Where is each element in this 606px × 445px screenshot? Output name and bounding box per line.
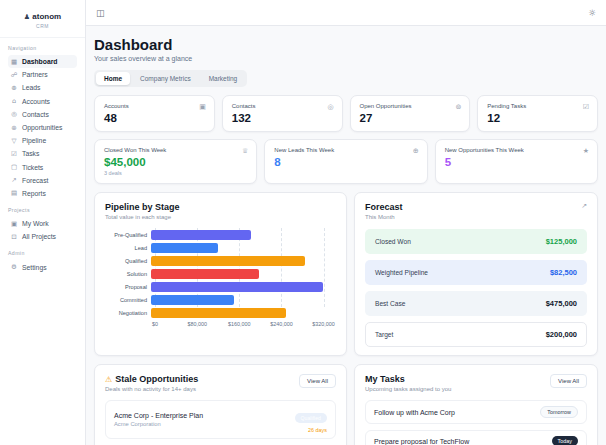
sidebar-item-forecast[interactable]: ↗Forecast — [8, 174, 77, 187]
sidebar-item-pipeline[interactable]: ▽Pipeline — [8, 134, 77, 147]
sidebar-item-tickets[interactable]: ▢Tickets — [8, 161, 77, 174]
contacts-icon: ◎ — [10, 110, 18, 118]
chart-bar[interactable] — [151, 243, 218, 253]
stat-label: Contacts — [232, 103, 333, 109]
chart-bar-track — [151, 295, 332, 305]
sidebar-item-label: All Projects — [22, 233, 56, 240]
forecast-row-value: $475,000 — [546, 299, 577, 308]
chart-body: Pre-QualifiedLeadQualifiedSolutionPropos… — [105, 228, 336, 319]
forecast-row-value: $82,500 — [550, 268, 577, 277]
tabbar: HomeCompany MetricsMarketing — [94, 70, 247, 87]
warning-icon: ⚠ — [105, 375, 112, 384]
week-card-closed-won-this-week: Closed Won This Week$45,0003 deals♕ — [94, 139, 257, 184]
stale-item-meta: Qualified26 days — [295, 406, 327, 433]
nav-section: Projects▣My Work⊡All Projects — [0, 200, 85, 243]
chart-bar[interactable] — [151, 230, 251, 240]
sidebar-item-dashboard[interactable]: ▦Dashboard — [8, 55, 77, 68]
tab-marketing[interactable]: Marketing — [201, 72, 246, 85]
sidebar-item-contacts[interactable]: ◎Contacts — [8, 108, 77, 121]
chart-title: Pipeline by Stage — [105, 202, 336, 212]
tasks-view-all-button[interactable]: View All — [550, 374, 587, 388]
sidebar-item-reports[interactable]: ▤Reports — [8, 187, 77, 200]
leads-icon: ⊕ — [10, 84, 18, 92]
sidebar-item-label: Contacts — [22, 111, 49, 118]
sidebar-item-accounts[interactable]: ⌂Accounts — [8, 95, 77, 108]
sidebar-item-label: Accounts — [22, 98, 50, 105]
sidebar-item-my-work[interactable]: ▣My Work — [8, 217, 77, 230]
chart-bar[interactable] — [151, 295, 234, 305]
forecast-row-closed-won: Closed Won$125,000 — [365, 229, 587, 254]
forecast-row-best-case: Best Case$475,000 — [365, 291, 587, 316]
sidebar-item-label: Tasks — [22, 150, 39, 157]
task-item[interactable]: Prepare proposal for TechFlowToday — [365, 430, 587, 445]
task-item[interactable]: Follow up with Acme CorpTomorrow — [365, 400, 587, 424]
forecast-row-label: Weighted Pipeline — [375, 269, 428, 276]
my-tasks-card: My Tasks Upcoming tasks assigned to you … — [354, 364, 598, 445]
topbar: ◫ ☼ — [86, 0, 606, 26]
sidebar-item-all-projects[interactable]: ⊡All Projects — [8, 230, 77, 243]
stale-opportunity-item[interactable]: Acme Corp - Enterprise PlanAcme Corporat… — [105, 400, 336, 439]
all-projects-icon: ⊡ — [10, 233, 18, 241]
sidebar-item-label: Partners — [22, 71, 48, 78]
chart-bar-track — [151, 308, 332, 318]
chart-x-tick: $320,000 — [312, 321, 334, 327]
week-card-label: New Opportunities This Week — [445, 147, 588, 153]
stat-label: Accounts — [104, 103, 205, 109]
forecast-row-value: $200,000 — [546, 330, 577, 339]
brand-line: ♟ atonom — [0, 12, 85, 21]
chart-bar-row: Pre-Qualified — [105, 228, 336, 241]
opportunity-company: Acme Corporation — [114, 421, 203, 427]
stat-label: Pending Tasks — [487, 103, 588, 109]
mid-row: Pipeline by Stage Total value in each st… — [94, 192, 598, 356]
sidebar-item-opportunities[interactable]: ⊚Opportunities — [8, 121, 77, 134]
settings-icon: ⚙ — [10, 263, 18, 271]
brand: ♟ atonom CRM — [0, 8, 85, 38]
forecast-row-label: Closed Won — [375, 238, 411, 245]
sidebar-item-partners[interactable]: ☍Partners — [8, 68, 77, 81]
tab-home[interactable]: Home — [96, 72, 130, 85]
forecast-row-target: Target$200,000 — [365, 322, 587, 347]
nav-section-label: Admin — [8, 250, 77, 256]
task-name: Follow up with Acme Corp — [374, 409, 455, 416]
sidebar-item-tasks[interactable]: ☑Tasks — [8, 147, 77, 160]
chart-x-tick: $0 — [152, 321, 158, 327]
chart-bar-row: Committed — [105, 293, 336, 306]
stale-header: ⚠Stale Opportunities Deals with no activ… — [105, 374, 336, 392]
chart-category-label: Negotiation — [105, 310, 151, 316]
week-card-sub: 3 deals — [104, 170, 247, 176]
theme-toggle-icon[interactable]: ☼ — [588, 8, 596, 18]
panel-toggle-icon[interactable]: ◫ — [96, 8, 105, 18]
week-card-value: 5 — [445, 156, 588, 168]
main-area: ◫ ☼ Dashboard Your sales overview at a g… — [86, 0, 606, 445]
chart-category-label: Qualified — [105, 258, 151, 264]
brand-sub: CRM — [0, 23, 85, 29]
chart-category-label: Pre-Qualified — [105, 232, 151, 238]
content: Dashboard Your sales overview at a glanc… — [86, 26, 606, 445]
chart-bar-track — [151, 243, 332, 253]
nav-section-label: Navigation — [8, 45, 77, 51]
dashboard-icon: ▦ — [10, 58, 18, 66]
trend-up-icon: ↗ — [581, 202, 587, 210]
tasks-icon: ☑ — [10, 150, 18, 158]
nav-section: Navigation▦Dashboard☍Partners⊕Leads⌂Acco… — [0, 38, 85, 200]
chart-bar[interactable] — [151, 269, 259, 279]
sidebar-item-settings[interactable]: ⚙Settings — [8, 260, 77, 273]
tab-company-metrics[interactable]: Company Metrics — [132, 72, 199, 85]
tasks-subtitle: Upcoming tasks assigned to you — [365, 386, 451, 392]
chart-bar[interactable] — [151, 282, 323, 292]
chart-x-tick: $240,000 — [270, 321, 292, 327]
sidebar-item-label: Leads — [22, 84, 41, 91]
stale-view-all-button[interactable]: View All — [299, 374, 336, 388]
chart-bar[interactable] — [151, 256, 305, 266]
chart-x-axis: $0$80,000$160,000$240,000$320,000 — [155, 319, 332, 329]
stage-badge: Qualified — [295, 413, 327, 423]
forecast-row-weighted-pipeline: Weighted Pipeline$82,500 — [365, 260, 587, 285]
chart-bar-track — [151, 256, 332, 266]
forecast-card: Forecast This Month ↗ Closed Won$125,000… — [354, 192, 598, 356]
tasks-header-text: My Tasks Upcoming tasks assigned to you — [365, 374, 451, 392]
chart-bar[interactable] — [151, 308, 286, 318]
sidebar-item-leads[interactable]: ⊕Leads — [8, 81, 77, 94]
forecast-row-value: $125,000 — [546, 237, 577, 246]
app-root: ♟ atonom CRM Navigation▦Dashboard☍Partne… — [0, 0, 606, 445]
sidebar-item-label: Dashboard — [22, 58, 58, 65]
